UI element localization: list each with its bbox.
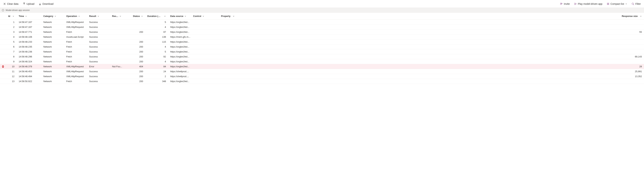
cell-time: 14:58:48.378	[16, 65, 41, 68]
cell-category: Network	[41, 40, 64, 43]
cell-datasource: https://orgbe1fed...	[168, 40, 191, 43]
cell-operation: Fetch	[64, 31, 87, 33]
table-row[interactable]: 514:58:48.233NetworkFetchSuccess200115ht…	[0, 40, 644, 44]
cell-category: Network	[41, 36, 64, 38]
table-row[interactable]: 414:58:48.106NetworkAssetLoad.ScriptSucc…	[0, 34, 644, 40]
table-row[interactable]: 614:58:48.235NetworkFetchSuccess2004http…	[0, 44, 644, 49]
upload-button[interactable]: Upload	[21, 2, 36, 6]
cell-result: Success	[87, 70, 110, 73]
cell-datasource: https://orgbe1fed...	[168, 31, 191, 33]
cell-status: 200	[124, 75, 145, 78]
cell-result: Success	[87, 46, 110, 48]
cell-time: 14:58:47.167	[16, 21, 41, 24]
table-row[interactable]: 914:58:48.324NetworkFetchSuccess2004http…	[0, 59, 644, 64]
column-property[interactable]: Property	[214, 15, 237, 18]
cell-status: 200	[124, 55, 145, 58]
cell-category: Network	[41, 55, 64, 58]
column-result[interactable]: Result	[87, 15, 110, 18]
cell-category: Network	[41, 46, 64, 48]
cell-id: 11	[6, 70, 16, 73]
chevron-down-icon	[12, 15, 14, 17]
session-bar: Model-driven app session	[0, 8, 644, 13]
cell-id: 6	[6, 46, 16, 48]
table-header: Id Time Category Operation Result Res...…	[0, 13, 644, 20]
cell-category: Network	[41, 21, 64, 24]
cell-category: Network	[41, 70, 64, 73]
table-row[interactable]: 714:58:48.236NetworkFetchSuccess2005http…	[0, 49, 644, 54]
cell-category: Network	[41, 60, 64, 63]
cell-result: Success	[87, 31, 110, 33]
cell-category: Network	[41, 80, 64, 82]
cell-status: 200	[124, 40, 145, 43]
chevron-down-icon	[54, 15, 56, 17]
download-icon	[38, 2, 42, 5]
cell-result: Success	[87, 36, 110, 38]
cell-id: 2	[6, 26, 16, 28]
upload-icon	[23, 2, 26, 5]
cell-result: Success	[87, 80, 110, 82]
column-operation[interactable]: Operation	[64, 15, 87, 18]
cell-time: 14:58:47.771	[16, 31, 41, 33]
cell-duration: 5	[145, 21, 168, 24]
column-duration[interactable]: Duration (ms)	[145, 15, 168, 18]
column-datasource[interactable]: Data source	[168, 15, 191, 18]
cell-time: 14:58:48.236	[16, 50, 41, 53]
cell-duration: 5	[145, 50, 168, 53]
cell-status: 200	[124, 46, 145, 48]
cell-id: 12	[6, 75, 16, 78]
cell-time: 14:58:48.453	[16, 70, 41, 73]
view-mode-dropdown[interactable]: Compact list	[605, 2, 629, 6]
cell-response-size: 13,352	[237, 75, 644, 78]
cell-result: Success	[87, 40, 110, 43]
cell-response-size: 28	[237, 65, 644, 68]
invite-button[interactable]: Invite	[558, 2, 572, 6]
row-error-cell	[0, 65, 6, 68]
chevron-down-icon	[184, 15, 186, 17]
cell-result: Success	[87, 55, 110, 58]
table-row[interactable]: 814:58:48.296NetworkFetchSuccess20092htt…	[0, 54, 644, 59]
cell-datasource: https://orgbe1fed...	[168, 50, 191, 53]
column-result-info[interactable]: Res...	[110, 15, 124, 18]
cell-datasource: https://orgbe1fed...	[168, 46, 191, 48]
chevron-down-icon	[119, 15, 122, 17]
play-app-button[interactable]: Play model-driven app	[572, 2, 604, 6]
filter-button[interactable]: Filter	[630, 2, 642, 6]
table-row[interactable]: 1114:58:48.453NetworkXMLHttpRequestSucce…	[0, 69, 644, 74]
column-category[interactable]: Category	[41, 15, 64, 18]
clear-data-label: Clear data	[7, 2, 18, 5]
cell-datasource: https://shellprod....	[168, 75, 191, 78]
cell-operation: Fetch	[64, 80, 87, 82]
cell-result: Success	[87, 26, 110, 28]
table-row[interactable]: 314:58:47.771NetworkFetchSuccess20087htt…	[0, 30, 644, 34]
cell-datasource: https://orgbe1fed...	[168, 60, 191, 63]
cell-category: Network	[41, 26, 64, 28]
table-row[interactable]: 214:58:47.167NetworkXMLHttpRequestSucces…	[0, 25, 644, 30]
cell-operation: Fetch	[64, 60, 87, 63]
cell-status: 200	[124, 50, 145, 53]
column-status[interactable]: Status	[124, 15, 145, 18]
column-id[interactable]: Id	[6, 15, 16, 18]
table-row[interactable]: 1014:58:48.378NetworkXMLHttpRequestError…	[0, 64, 644, 69]
cell-id: 5	[6, 40, 16, 43]
table-row[interactable]: 114:58:47.167NetworkXMLHttpRequestSucces…	[0, 20, 644, 25]
table-row[interactable]: 1314:58:50.922NetworkFetchSuccess200348h…	[0, 79, 644, 84]
table-row[interactable]: 1214:58:48.494NetworkXMLHttpRequestSucce…	[0, 74, 644, 79]
svg-point-6	[561, 3, 562, 4]
column-control[interactable]: Control	[191, 15, 214, 18]
cell-response-size: 25,991	[237, 70, 644, 73]
cell-time: 14:58:48.324	[16, 60, 41, 63]
chevron-down-icon	[97, 15, 100, 17]
cell-operation: XMLHttpRequest	[64, 26, 87, 28]
cell-time: 14:58:47.167	[16, 26, 41, 28]
cell-category: Network	[41, 31, 64, 33]
cell-operation: XMLHttpRequest	[64, 70, 87, 73]
cell-time: 14:58:48.233	[16, 40, 41, 43]
column-time[interactable]: Time	[16, 15, 41, 18]
cell-duration: 4	[145, 26, 168, 28]
log-table: Id Time Category Operation Result Res...…	[0, 13, 644, 84]
column-response-size[interactable]: Response size	[237, 15, 644, 18]
clear-data-button[interactable]: Clear data	[2, 2, 20, 6]
download-button[interactable]: Download	[37, 2, 55, 6]
cell-result-info: Not Fou...	[110, 65, 124, 68]
cell-id: 9	[6, 60, 16, 63]
